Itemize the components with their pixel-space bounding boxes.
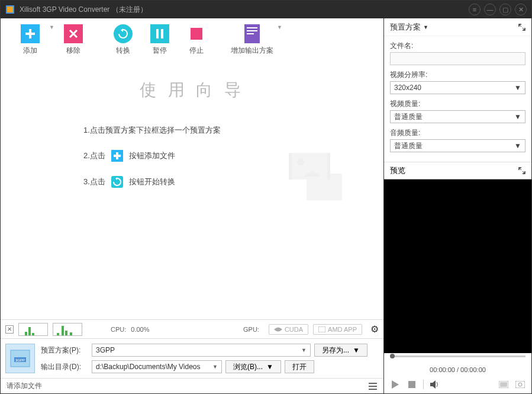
titlebar: Xilisoft 3GP Video Converter （未注册） ≡ — ▢… (1, 1, 531, 18)
chevron-down-icon: ▼ (301, 347, 307, 353)
preview-time: 00:00:00 / 00:00:00 (384, 365, 531, 376)
add-label: 添加 (23, 46, 37, 56)
maximize-button[interactable]: ▢ (499, 4, 511, 15)
film-placeholder-icon (289, 150, 348, 209)
chevron-down-icon: ▼ (514, 84, 521, 92)
cpu-graph-2 (53, 323, 82, 336)
svg-point-21 (297, 158, 304, 165)
output-dir-label: 输出目录(D): (41, 362, 88, 372)
remove-button[interactable]: 移除 (56, 24, 91, 56)
status-row: ✕ CPU: 0.00% GPU: CUDA (1, 319, 383, 338)
convert-button[interactable]: 转换 (105, 24, 141, 56)
filename-field[interactable] (390, 52, 525, 65)
pause-button[interactable]: 暂停 (142, 24, 178, 56)
stop-label: 停止 (189, 46, 204, 56)
svg-rect-11 (247, 27, 257, 28)
preview-timeline[interactable] (384, 353, 531, 365)
add-dropdown-icon[interactable]: ▼ (49, 24, 54, 30)
svg-rect-13 (247, 33, 254, 34)
svg-rect-41 (515, 381, 525, 388)
expand-icon[interactable] (518, 24, 525, 31)
snapshot-folder-icon[interactable] (498, 379, 509, 390)
svg-rect-40 (500, 382, 507, 387)
minimize-button[interactable]: — (484, 4, 496, 15)
amd-icon (318, 326, 325, 332)
add-scheme-label: 增加输出方案 (231, 46, 273, 56)
preset-section-header[interactable]: 预置方案 ▼ (384, 18, 531, 36)
filename-label: 文件名: (390, 41, 525, 51)
output-area: 3GPP 预置方案(P): 3GPP ▼ 另存为... ▼ (1, 338, 383, 378)
gpu-label: GPU: (243, 326, 259, 333)
close-button[interactable]: ✕ (515, 4, 527, 15)
cpu-label: CPU: (111, 326, 126, 333)
svg-marker-38 (430, 380, 436, 389)
open-button[interactable]: 打开 (285, 360, 314, 373)
chevron-down-icon: ▼ (266, 363, 273, 371)
svg-text:3GPP: 3GPP (15, 358, 25, 362)
preview-controls (384, 376, 531, 393)
resolution-select[interactable]: 320x240 ▼ (390, 81, 525, 94)
svg-marker-36 (392, 380, 399, 389)
svg-rect-8 (156, 29, 159, 39)
svg-rect-25 (318, 326, 325, 332)
wizard-area: 使 用 向 导 1.点击预置方案下拉框选择一个预置方案 2.点击 按钮添加文件 … (1, 61, 383, 319)
app-window: Xilisoft 3GP Video Converter （未注册） ≡ — ▢… (0, 0, 532, 394)
convert-icon (111, 176, 123, 188)
timeline-knob[interactable] (390, 354, 395, 358)
svg-rect-9 (161, 29, 163, 39)
play-button[interactable] (390, 379, 401, 390)
output-dir-select[interactable]: d:\Backup\Documents\My Videos ▼ (92, 360, 222, 373)
scheme-dropdown-icon[interactable]: ▼ (277, 24, 282, 30)
svg-rect-20 (307, 174, 342, 200)
chevron-down-icon: ▼ (514, 113, 521, 121)
close-graph-button[interactable]: ✕ (5, 325, 14, 334)
pause-icon (150, 24, 169, 43)
pause-label: 暂停 (153, 46, 167, 56)
menu-button[interactable]: ≡ (469, 4, 481, 15)
convert-icon (114, 24, 133, 43)
remove-label: 移除 (66, 46, 80, 56)
svg-rect-4 (25, 33, 35, 35)
video-quality-select[interactable]: 普通质量 ▼ (390, 110, 525, 123)
preview-video (384, 180, 531, 353)
svg-rect-30 (369, 386, 377, 387)
status-message: 请添加文件 (7, 381, 42, 391)
add-output-scheme-button[interactable]: 增加输出方案 (228, 24, 276, 56)
plus-icon (21, 24, 40, 43)
add-button[interactable]: 添加 (12, 24, 48, 56)
cpu-graph-1 (18, 323, 48, 336)
svg-rect-37 (408, 381, 415, 388)
svg-rect-31 (369, 389, 377, 390)
preset-form: 文件名: 视频分辨率: 320x240 ▼ 视频质量: 普通质量 ▼ (384, 36, 531, 162)
audio-quality-select[interactable]: 普通质量 ▼ (390, 139, 525, 152)
wizard-step-1: 1.点击预置方案下拉框选择一个预置方案 (83, 125, 360, 136)
remove-icon (64, 24, 83, 43)
snapshot-icon[interactable] (515, 379, 525, 390)
chevron-down-icon: ▼ (353, 346, 360, 354)
window-title: Xilisoft 3GP Video Converter （未注册） (20, 5, 469, 15)
save-as-button[interactable]: 另存为... ▼ (314, 344, 367, 357)
expand-icon[interactable] (518, 167, 525, 174)
svg-rect-23 (289, 153, 292, 180)
svg-marker-7 (121, 28, 123, 32)
video-quality-label: 视频质量: (390, 99, 525, 109)
browse-button[interactable]: 浏览(B)... ▼ (225, 360, 281, 373)
settings-icon[interactable]: ⚙ (370, 323, 379, 335)
convert-label: 转换 (116, 46, 130, 56)
volume-icon[interactable] (430, 379, 440, 390)
svg-point-42 (518, 383, 522, 386)
cpu-value: 0.00% (131, 326, 149, 333)
list-view-icon[interactable] (368, 382, 378, 391)
amd-button[interactable]: AMD APP (313, 324, 362, 335)
chevron-down-icon: ▼ (514, 142, 521, 150)
stop-preview-button[interactable] (407, 379, 417, 390)
plus-icon (111, 150, 123, 162)
wizard-title: 使 用 向 导 (24, 79, 360, 101)
app-icon (5, 5, 15, 14)
chevron-down-icon: ▼ (212, 364, 218, 370)
stop-button[interactable]: 停止 (179, 24, 214, 56)
statusbar: 请添加文件 (1, 378, 383, 393)
audio-quality-label: 音频质量: (390, 128, 525, 138)
preset-select[interactable]: 3GPP ▼ (92, 344, 311, 357)
cuda-button[interactable]: CUDA (269, 324, 308, 335)
